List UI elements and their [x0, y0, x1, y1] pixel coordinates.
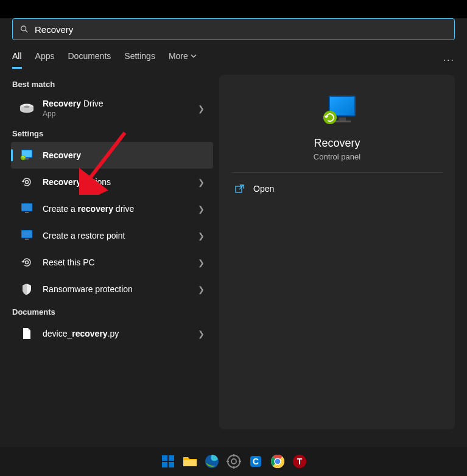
- chevron-right-icon[interactable]: ❯: [198, 329, 206, 338]
- chevron-right-icon[interactable]: ❯: [198, 258, 206, 267]
- search-box[interactable]: [12, 18, 455, 40]
- tab-documents[interactable]: Documents: [68, 51, 111, 69]
- svg-text:C: C: [252, 457, 258, 466]
- svg-rect-13: [22, 231, 32, 237]
- detail-pane: Recovery Control panel Open: [219, 75, 455, 429]
- app-t-icon[interactable]: T: [292, 453, 307, 469]
- svg-rect-24: [169, 455, 174, 461]
- svg-line-1: [26, 30, 28, 33]
- result-recovery-drive[interactable]: Recovery Drive App ❯: [11, 93, 213, 124]
- search-input[interactable]: [35, 24, 447, 35]
- gear-reset-icon: [19, 255, 34, 270]
- chevron-right-icon[interactable]: ❯: [198, 231, 206, 240]
- svg-point-15: [26, 261, 29, 264]
- section-settings: Settings: [12, 129, 213, 138]
- svg-rect-23: [162, 455, 167, 461]
- result-label: device_recovery.py: [43, 329, 198, 338]
- result-label: Recovery: [43, 150, 206, 160]
- result-label: Reset this PC: [43, 257, 198, 267]
- result-create-recovery-drive[interactable]: Create a recovery drive ❯: [11, 195, 213, 222]
- result-create-restore-point[interactable]: Create a restore point ❯: [11, 222, 213, 249]
- open-external-icon: [235, 184, 245, 193]
- settings-icon[interactable]: [226, 453, 242, 469]
- svg-point-3: [24, 105, 29, 108]
- svg-point-0: [21, 26, 26, 31]
- svg-rect-19: [334, 121, 351, 122]
- monitor-drive-icon: [19, 201, 34, 216]
- results-list: Best match Recovery Drive App ❯ Settings…: [11, 75, 213, 429]
- hard-drive-icon: [19, 101, 34, 116]
- filter-tabs: All Apps Documents Settings More ···: [0, 40, 467, 69]
- svg-point-7: [21, 155, 26, 160]
- result-label: Recovery Drive App: [43, 99, 198, 118]
- section-best-match: Best match: [12, 80, 213, 89]
- result-device-recovery-py[interactable]: device_recovery.py ❯: [11, 320, 213, 347]
- svg-point-30: [231, 459, 236, 464]
- chevron-right-icon[interactable]: ❯: [198, 285, 206, 294]
- svg-rect-25: [162, 462, 167, 467]
- result-reset-this-pc[interactable]: Reset this PC ❯: [11, 249, 213, 276]
- search-icon: [20, 25, 29, 33]
- recovery-app-icon: [318, 93, 357, 126]
- svg-rect-10: [22, 204, 32, 211]
- cortana-icon[interactable]: C: [248, 453, 264, 469]
- detail-subtitle: Control panel: [314, 152, 360, 161]
- tab-apps[interactable]: Apps: [35, 51, 55, 69]
- start-button[interactable]: [160, 453, 176, 469]
- gear-reset-icon: [19, 175, 34, 189]
- chevron-right-icon[interactable]: ❯: [198, 205, 206, 214]
- result-recovery[interactable]: Recovery: [11, 142, 213, 169]
- monitor-restore-icon: [19, 228, 34, 243]
- svg-point-29: [228, 455, 240, 467]
- svg-point-20: [323, 111, 337, 124]
- windows-search-panel: All Apps Documents Settings More ··· Bes…: [0, 18, 467, 457]
- action-open[interactable]: Open: [231, 179, 443, 198]
- svg-text:T: T: [297, 457, 302, 466]
- taskbar: C T: [0, 447, 467, 476]
- divider: [231, 172, 443, 173]
- monitor-recovery-icon: [19, 148, 34, 163]
- result-label: Recovery options: [43, 177, 198, 187]
- edge-icon[interactable]: [204, 453, 220, 469]
- svg-rect-26: [169, 462, 174, 467]
- result-label: Create a restore point: [43, 231, 198, 240]
- section-documents: Documents: [12, 307, 213, 317]
- tab-settings[interactable]: Settings: [124, 51, 155, 69]
- svg-rect-21: [236, 186, 242, 192]
- svg-rect-27: [183, 460, 197, 466]
- file-explorer-icon[interactable]: [182, 453, 198, 469]
- chevron-right-icon[interactable]: ❯: [198, 178, 206, 187]
- tab-all[interactable]: All: [12, 51, 22, 69]
- svg-point-8: [26, 181, 29, 184]
- overflow-menu-button[interactable]: ···: [443, 55, 455, 66]
- action-label: Open: [253, 184, 274, 194]
- result-ransomware-protection[interactable]: Ransomware protection ❯: [11, 276, 213, 303]
- detail-title: Recovery: [314, 137, 360, 150]
- result-recovery-options[interactable]: Recovery options ❯: [11, 169, 213, 195]
- chrome-icon[interactable]: [270, 453, 286, 469]
- chevron-right-icon[interactable]: ❯: [198, 104, 206, 113]
- chevron-down-icon: [191, 54, 197, 58]
- svg-rect-14: [25, 239, 29, 240]
- svg-rect-11: [25, 212, 29, 213]
- result-label: Ransomware protection: [43, 284, 198, 294]
- svg-rect-18: [339, 117, 346, 121]
- tab-more[interactable]: More: [169, 51, 197, 69]
- file-icon: [19, 326, 34, 341]
- result-label: Create a recovery drive: [43, 204, 198, 214]
- shield-icon: [19, 282, 34, 296]
- svg-rect-6: [25, 158, 29, 159]
